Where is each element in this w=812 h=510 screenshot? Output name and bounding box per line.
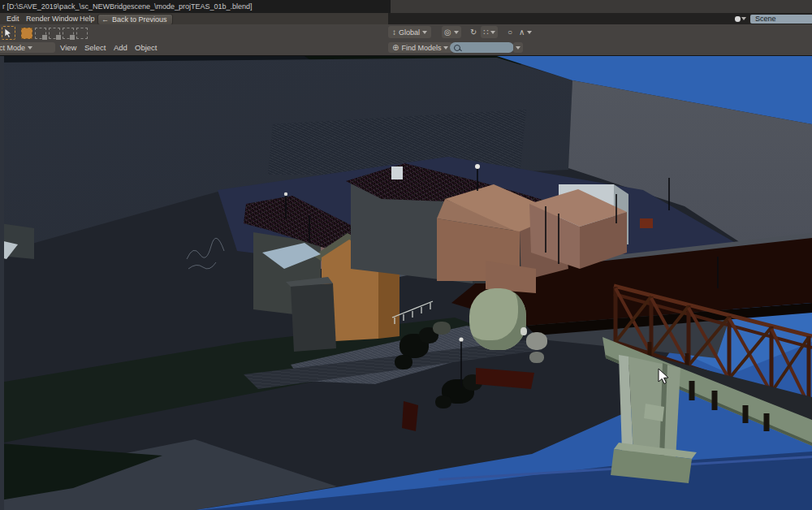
orientation-value: Global bbox=[399, 28, 420, 37]
snap-dots-icon: ∷ bbox=[483, 28, 488, 37]
scene-selector[interactable]: Scene bbox=[735, 13, 812, 24]
menu-view[interactable]: View bbox=[57, 42, 80, 54]
scene-overlay bbox=[0, 56, 812, 510]
deck-post-stubs bbox=[692, 381, 767, 431]
menu-add[interactable]: Add bbox=[110, 42, 131, 54]
invert-square-icon bbox=[70, 35, 75, 40]
snap-magnet-icon: ↻ bbox=[470, 28, 477, 37]
menu-bar: Edit Render Window Help ← Back to Previo… bbox=[0, 13, 812, 24]
pivot-point-dropdown[interactable]: ◎ bbox=[442, 26, 461, 38]
find-models-label: Find Models bbox=[401, 44, 441, 52]
chevron-down-icon bbox=[741, 17, 746, 20]
mode-value: ct Mode bbox=[0, 44, 25, 52]
falloff-curve-icon: ∧ bbox=[519, 28, 525, 37]
select-mode-invert-icon[interactable] bbox=[63, 28, 74, 39]
chevron-down-icon bbox=[454, 31, 459, 34]
magnifier-icon bbox=[454, 45, 460, 51]
find-models-dropdown[interactable]: ⊕ Find Models bbox=[388, 42, 452, 53]
lamp-head bbox=[475, 164, 480, 169]
orientation-icon: ↕ bbox=[392, 28, 396, 37]
falloff-dropdown[interactable]: ∧ bbox=[516, 26, 534, 38]
tool-header-row: ↕ Global ◎ ↻ ∷ ○ ∧ bbox=[0, 24, 812, 41]
back-to-previous-button[interactable]: ← Back to Previous bbox=[97, 14, 173, 25]
proportional-edit-icon: ○ bbox=[508, 28, 512, 37]
select-mode-new-icon[interactable] bbox=[21, 28, 32, 39]
menu-help[interactable]: Help bbox=[76, 13, 98, 24]
back-button-label: Back to Previous bbox=[112, 15, 167, 24]
interaction-mode-dropdown[interactable]: ct Mode bbox=[0, 42, 55, 53]
proportional-edit-toggle[interactable]: ○ bbox=[505, 26, 515, 38]
menu-edit[interactable]: Edit bbox=[3, 13, 23, 24]
pivot-point-icon: ◎ bbox=[444, 28, 451, 37]
viewport-3d[interactable] bbox=[0, 55, 812, 510]
lamp-head bbox=[284, 192, 287, 196]
cursor-tool-icon bbox=[5, 28, 12, 38]
chevron-down-icon bbox=[490, 31, 495, 34]
viewport-header-row: ct Mode View Select Add Object ⊕ Find Mo… bbox=[0, 41, 812, 56]
graffiti-scribble bbox=[187, 238, 224, 269]
scene-name-field[interactable]: Scene bbox=[750, 15, 812, 24]
back-arrow-icon: ← bbox=[102, 15, 109, 24]
title-bar: r [D:\SAVE_2019\pack_\sc_NEWBridgescene_… bbox=[0, 0, 812, 13]
search-input[interactable] bbox=[450, 42, 514, 53]
street-lamps bbox=[286, 168, 718, 387]
search-options-dropdown[interactable] bbox=[513, 42, 523, 53]
globe-icon: ⊕ bbox=[392, 43, 399, 52]
chevron-down-icon bbox=[422, 31, 427, 34]
white-fence bbox=[392, 301, 433, 324]
chevron-down-icon bbox=[28, 46, 32, 50]
window-title: r [D:\SAVE_2019\pack_\sc_NEWBridgescene_… bbox=[0, 0, 391, 13]
chevron-down-icon bbox=[527, 31, 532, 34]
select-mode-intersect-icon[interactable] bbox=[76, 28, 88, 39]
active-tool-select-box[interactable] bbox=[2, 26, 15, 40]
snap-toggle-button[interactable]: ↻ bbox=[468, 26, 479, 38]
mouse-cursor bbox=[658, 368, 671, 386]
snap-settings-dropdown[interactable]: ∷ bbox=[481, 26, 498, 38]
extend-square-icon bbox=[42, 35, 47, 40]
select-mode-subtract-icon[interactable] bbox=[49, 28, 60, 39]
chevron-down-icon bbox=[516, 46, 520, 50]
lamp-head bbox=[459, 337, 463, 341]
transform-orientation-dropdown[interactable]: ↕ Global bbox=[388, 26, 431, 38]
subtract-square-icon bbox=[56, 35, 61, 40]
select-mode-extend-icon[interactable] bbox=[35, 28, 46, 39]
menu-select[interactable]: Select bbox=[81, 42, 109, 54]
menu-object[interactable]: Object bbox=[132, 42, 160, 54]
blender-window: r [D:\SAVE_2019\pack_\sc_NEWBridgescene_… bbox=[0, 0, 812, 510]
scene-icon bbox=[735, 16, 741, 22]
chevron-down-icon bbox=[443, 46, 448, 50]
